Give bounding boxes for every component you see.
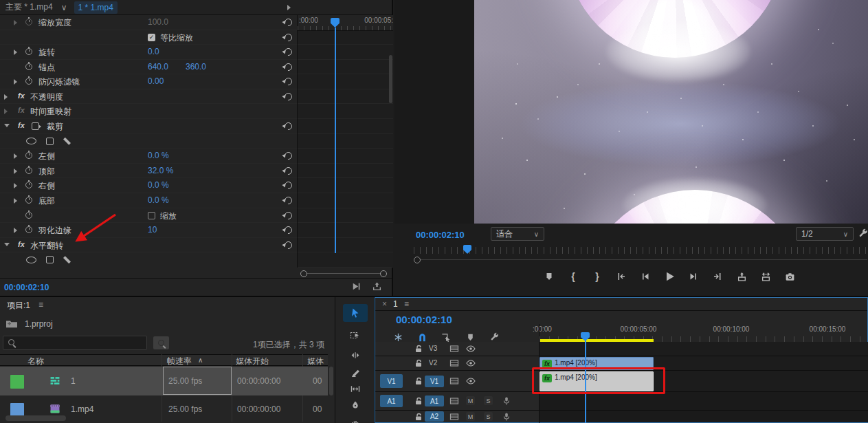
- sync-lock-icon[interactable]: [449, 397, 459, 405]
- effect-row-crop[interactable]: fx 裁剪: [0, 119, 297, 134]
- sort-ascending-icon[interactable]: ∧: [198, 356, 203, 364]
- panel-menu-icon[interactable]: ≡: [404, 299, 409, 309]
- solo-button[interactable]: S: [484, 396, 493, 405]
- stopwatch-icon[interactable]: [25, 48, 32, 55]
- track-target-a1[interactable]: A1: [425, 395, 444, 406]
- reset-icon[interactable]: [283, 239, 293, 250]
- expand-icon[interactable]: [14, 198, 17, 204]
- reset-icon[interactable]: [283, 166, 293, 176]
- effect-row-opacity[interactable]: fx 不透明度: [0, 89, 297, 105]
- reset-icon[interactable]: [283, 17, 293, 28]
- property-row-crop-right[interactable]: 右侧 0.0 %: [0, 178, 297, 193]
- stopwatch-icon[interactable]: [25, 182, 32, 188]
- pen-mask-icon[interactable]: [63, 138, 71, 145]
- track-name[interactable]: V2: [429, 359, 437, 367]
- timeline-view-toggle-icon[interactable]: [287, 5, 291, 10]
- source-patch-v1[interactable]: V1: [380, 374, 403, 388]
- reset-icon[interactable]: [283, 195, 293, 206]
- go-to-out-button[interactable]: [710, 269, 725, 284]
- extract-button[interactable]: [758, 269, 773, 284]
- property-row-feather-edges[interactable]: 羽化边缘 10: [0, 223, 297, 238]
- collapse-icon[interactable]: [4, 243, 10, 246]
- property-value[interactable]: 0.0 %: [148, 151, 169, 160]
- monitor-scrub-ruler[interactable]: [414, 247, 867, 254]
- column-frame-rate[interactable]: 帧速率: [167, 356, 192, 367]
- voiceover-mic-icon[interactable]: [502, 396, 511, 406]
- property-value[interactable]: 0.0 %: [148, 195, 169, 205]
- close-icon[interactable]: ×: [382, 299, 387, 309]
- reset-icon[interactable]: [283, 32, 293, 42]
- slider-handle-right[interactable]: [380, 270, 387, 277]
- sequence-tab[interactable]: 1: [393, 299, 398, 309]
- item-name[interactable]: 1: [71, 376, 76, 386]
- lock-icon[interactable]: [414, 377, 423, 385]
- mark-out-button[interactable]: }: [590, 269, 605, 284]
- voiceover-mic-icon[interactable]: [502, 412, 511, 422]
- expand-icon[interactable]: [14, 153, 17, 159]
- property-value[interactable]: 0.0: [148, 47, 159, 56]
- expand-icon[interactable]: [14, 50, 17, 55]
- track-select-forward-tool[interactable]: [343, 326, 368, 344]
- expand-icon[interactable]: [14, 20, 17, 25]
- media-value[interactable]: 00: [313, 404, 322, 414]
- property-row-rotation[interactable]: 旋转 0.0: [0, 45, 297, 60]
- property-value[interactable]: 100.0: [148, 17, 168, 27]
- settings-wrench-icon[interactable]: [858, 228, 868, 239]
- search-bin-button[interactable]: [153, 336, 169, 349]
- zoom-slider[interactable]: [300, 270, 387, 278]
- scroll-handle[interactable]: [414, 257, 421, 263]
- expand-icon[interactable]: [4, 109, 8, 114]
- track-lane-a1[interactable]: [539, 392, 868, 410]
- reset-icon[interactable]: [283, 91, 293, 102]
- property-row-anchor-point[interactable]: 锚点 640.0 360.0: [0, 60, 297, 75]
- pen-mask-icon[interactable]: [63, 256, 71, 263]
- media-start-value[interactable]: 00:00:00:00: [237, 376, 280, 386]
- stopwatch-icon[interactable]: [25, 197, 32, 204]
- project-row-sequence-selected[interactable]: 1 25.00 fps 00:00:00:00 00: [0, 367, 328, 395]
- property-value[interactable]: 32.0 %: [148, 166, 173, 175]
- project-name[interactable]: 1.prproj: [25, 319, 53, 329]
- vertical-scrollbar[interactable]: [329, 367, 333, 395]
- track-visibility-eye-icon[interactable]: [466, 345, 476, 352]
- vertical-scrollbar[interactable]: [389, 55, 392, 103]
- expand-icon[interactable]: [4, 94, 8, 100]
- effect-row-time-remapping[interactable]: fx 时间重映射: [0, 104, 297, 119]
- expand-icon[interactable]: [14, 183, 17, 188]
- label-color-chip-blue[interactable]: [10, 403, 24, 417]
- rectangle-mask-icon[interactable]: [46, 256, 54, 263]
- property-row-antiflicker[interactable]: 防闪烁滤镜 0.00: [0, 74, 297, 89]
- item-name[interactable]: 1.mp4: [71, 404, 93, 414]
- lift-button[interactable]: [734, 269, 749, 284]
- reset-icon[interactable]: [283, 47, 293, 57]
- expand-icon[interactable]: [14, 228, 17, 233]
- checkbox-checked[interactable]: ✓: [148, 34, 155, 41]
- property-value[interactable]: 0.0 %: [148, 180, 169, 190]
- reset-icon[interactable]: [283, 210, 293, 220]
- track-visibility-eye-icon[interactable]: [466, 360, 476, 367]
- zoom-level-select[interactable]: 适合 ∨: [491, 227, 544, 241]
- ellipse-mask-icon[interactable]: [26, 257, 36, 263]
- expand-icon[interactable]: [14, 79, 17, 85]
- step-back-button[interactable]: [638, 269, 653, 284]
- track-visibility-eye-icon[interactable]: [466, 378, 476, 384]
- mark-in-button[interactable]: {: [566, 269, 581, 284]
- stopwatch-icon[interactable]: [25, 19, 32, 25]
- lock-icon[interactable]: [414, 359, 423, 367]
- project-panel-tab[interactable]: 项目:1: [7, 300, 30, 312]
- keyframe-lane[interactable]: [297, 15, 393, 268]
- export-frame-camera-icon[interactable]: [782, 269, 797, 284]
- collapse-icon[interactable]: [4, 124, 10, 127]
- reset-icon[interactable]: [283, 61, 293, 72]
- property-row-crop-zoom[interactable]: 缩放: [0, 208, 297, 224]
- hand-tool-partial[interactable]: [343, 414, 368, 423]
- stopwatch-icon[interactable]: [25, 78, 32, 85]
- column-media-start[interactable]: 媒体开始: [236, 356, 269, 367]
- lock-icon[interactable]: [414, 397, 423, 405]
- chevron-down-icon[interactable]: ∨: [61, 3, 67, 12]
- reset-icon[interactable]: [283, 76, 293, 87]
- sync-lock-icon[interactable]: [449, 359, 459, 367]
- pen-tool[interactable]: [343, 396, 368, 414]
- lock-icon[interactable]: [414, 345, 423, 353]
- stopwatch-icon[interactable]: [25, 152, 32, 159]
- sync-lock-icon[interactable]: [449, 377, 459, 385]
